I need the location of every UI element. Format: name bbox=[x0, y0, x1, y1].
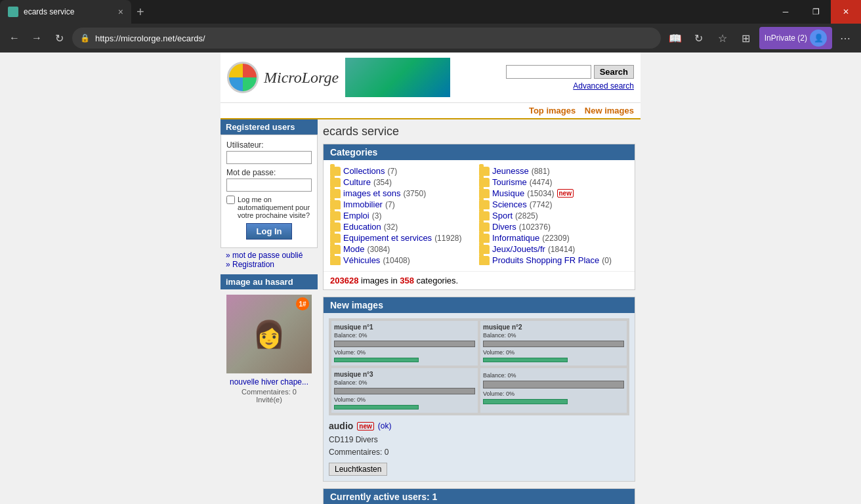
new-images-box: New images musique n°1 Balance: 0% bbox=[323, 297, 635, 482]
folder-icon bbox=[330, 211, 341, 220]
audio-ok-link[interactable]: (ok) bbox=[378, 421, 392, 430]
folder-icon bbox=[330, 189, 341, 198]
logo-area: MicroLorge bbox=[227, 62, 339, 93]
search-button[interactable]: Search bbox=[594, 65, 634, 79]
audio-cd: CD119 Divers bbox=[329, 435, 378, 444]
audio-new-badge: new bbox=[357, 422, 373, 430]
page-title: ecards service bbox=[323, 125, 635, 138]
category-link[interactable]: Sport bbox=[492, 211, 513, 220]
categories-grid: Collections (7) Culture (354) bbox=[330, 165, 628, 266]
list-item: images et sons (3750) bbox=[330, 188, 479, 199]
category-link[interactable]: images et sons bbox=[343, 188, 400, 198]
remember-checkbox[interactable] bbox=[226, 196, 235, 204]
minimize-button[interactable]: ─ bbox=[770, 0, 801, 24]
tab-close-button[interactable]: × bbox=[118, 7, 123, 17]
registration-link[interactable]: Registration bbox=[226, 260, 312, 269]
favorites-icon[interactable]: ☆ bbox=[712, 28, 733, 49]
back-button[interactable]: ← bbox=[5, 29, 24, 47]
category-link[interactable]: Culture bbox=[343, 177, 371, 187]
leuchtkasten-button[interactable]: Leuchtkasten bbox=[329, 463, 387, 476]
image-thumb[interactable]: musique n°1 Balance: 0% Volume: 0% bbox=[331, 321, 478, 366]
logo-text: MicroLorge bbox=[264, 69, 339, 87]
close-button[interactable]: ✕ bbox=[831, 0, 861, 24]
category-link[interactable]: Divers bbox=[492, 222, 516, 232]
advanced-search-link[interactable]: Advanced search bbox=[573, 81, 634, 91]
top-images-link[interactable]: Top images bbox=[529, 106, 576, 116]
url-text: https://microlorge.net/ecards/ bbox=[95, 33, 205, 43]
folder-icon bbox=[330, 200, 341, 209]
new-images-title: New images bbox=[324, 297, 635, 313]
forgot-password-link[interactable]: mot de passe oublié bbox=[226, 251, 312, 260]
search-input[interactable] bbox=[506, 65, 591, 79]
password-label: Mot de passe: bbox=[226, 168, 312, 177]
folder-icon bbox=[330, 178, 341, 187]
password-input[interactable] bbox=[226, 178, 312, 192]
sidebar: Registered users Utilisateur: Mot de pas… bbox=[220, 119, 318, 504]
restore-button[interactable]: ❐ bbox=[801, 0, 831, 24]
category-link[interactable]: Equipement et services bbox=[343, 233, 432, 243]
menu-button[interactable]: ⋯ bbox=[835, 28, 856, 49]
categories-title: Categories bbox=[324, 144, 635, 160]
username-input[interactable] bbox=[226, 151, 312, 164]
category-link[interactable]: Collections bbox=[343, 166, 385, 176]
audio-meta: CD119 Divers Commentaires: 0 bbox=[329, 434, 629, 459]
category-link[interactable]: Produits Shopping FR Place bbox=[492, 255, 599, 265]
category-link[interactable]: Musique bbox=[492, 188, 524, 198]
refresh-icon[interactable]: ↻ bbox=[688, 28, 709, 49]
category-link[interactable]: Emploi bbox=[343, 211, 369, 220]
list-item: Informatique (22309) bbox=[479, 232, 628, 243]
username-label: Utilisateur: bbox=[226, 140, 312, 150]
forward-button[interactable]: → bbox=[28, 29, 46, 47]
list-item: Mode (3084) bbox=[330, 243, 479, 255]
list-item: Jeunesse (881) bbox=[479, 165, 628, 177]
registered-users-title: Registered users bbox=[220, 119, 318, 135]
browser-tab[interactable]: ecards service × bbox=[0, 0, 131, 24]
random-image[interactable]: 👩 1# bbox=[226, 295, 312, 373]
category-link[interactable]: Tourisme bbox=[492, 177, 527, 187]
login-button[interactable]: Log In bbox=[246, 223, 292, 240]
header-search: Search Advanced search bbox=[506, 65, 634, 91]
folder-icon bbox=[330, 222, 341, 232]
tab-favicon bbox=[8, 7, 18, 17]
categories-box: Categories Collections (7) bbox=[323, 144, 635, 290]
folder-icon bbox=[479, 245, 490, 254]
collections-icon[interactable]: ⊞ bbox=[736, 28, 757, 49]
reader-view-icon[interactable]: 📖 bbox=[665, 28, 686, 49]
address-bar[interactable]: 🔒 https://microlorge.net/ecards/ bbox=[72, 28, 661, 49]
category-link[interactable]: Education bbox=[343, 222, 381, 232]
image-thumb[interactable]: Balance: 0% Volume: 0% bbox=[480, 368, 627, 413]
category-link[interactable]: Jeux/Jouets/fr bbox=[492, 244, 545, 254]
content-area: ecards service Categories Collections (7… bbox=[318, 119, 640, 504]
thumb-label: musique n°3 bbox=[334, 371, 373, 378]
categories-right: Jeunesse (881) Tourisme (4474) bbox=[479, 165, 628, 266]
svg-point-0 bbox=[10, 9, 16, 15]
list-item: Immobilier (7) bbox=[330, 199, 479, 210]
category-link[interactable]: Véhicules bbox=[343, 255, 380, 265]
folder-icon bbox=[330, 167, 341, 176]
list-item: Sciences (7742) bbox=[479, 199, 628, 210]
category-link[interactable]: Sciences bbox=[492, 200, 527, 209]
new-images-link[interactable]: New images bbox=[585, 106, 634, 116]
folder-icon bbox=[330, 256, 341, 265]
top-nav: Top images New images bbox=[220, 103, 640, 119]
category-link[interactable]: Mode bbox=[343, 244, 365, 254]
remember-label: Log me on automatiquement pour votre pro… bbox=[238, 196, 312, 219]
inprivate-button[interactable]: InPrivate (2) 👤 bbox=[759, 27, 832, 49]
random-image-comments: Commentaires: 0 bbox=[223, 388, 315, 396]
category-link[interactable]: Informatique bbox=[492, 233, 539, 243]
category-link[interactable]: Immobilier bbox=[343, 200, 383, 209]
categories-left: Collections (7) Culture (354) bbox=[330, 165, 479, 266]
new-tab-button[interactable]: + bbox=[131, 5, 150, 20]
thumb-label: musique n°1 bbox=[334, 324, 373, 331]
image-thumb[interactable]: musique n°2 Balance: 0% Volume: 0% bbox=[480, 321, 627, 366]
refresh-button[interactable]: ↻ bbox=[50, 29, 68, 47]
list-item: Jeux/Jouets/fr (18414) bbox=[479, 243, 628, 255]
logo-icon bbox=[227, 62, 259, 93]
audio-row: audio new (ok) bbox=[329, 421, 629, 431]
random-image-caption[interactable]: nouvelle hiver chape... bbox=[223, 376, 315, 388]
image-thumb[interactable]: musique n°3 Balance: 0% Volume: 0% bbox=[331, 368, 478, 413]
folder-icon bbox=[330, 245, 341, 254]
list-item: Produits Shopping FR Place (0) bbox=[479, 255, 628, 266]
active-users-title: Currently active users: 1 bbox=[324, 489, 635, 504]
category-link[interactable]: Jeunesse bbox=[492, 166, 529, 176]
